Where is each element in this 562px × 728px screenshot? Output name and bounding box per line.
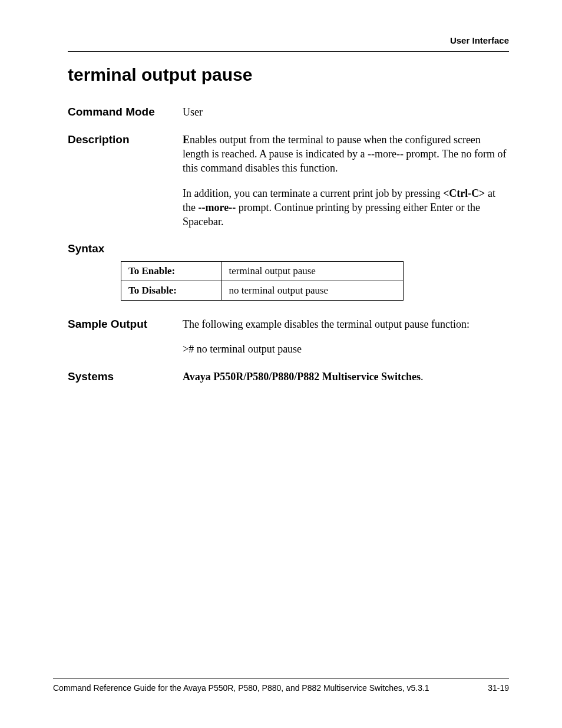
description-para1-rest: nables output from the terminal to pause… — [183, 134, 507, 174]
description-p2-pre: In addition, you can terminate a current… — [183, 187, 443, 199]
footer-page-number: 31-19 — [488, 683, 509, 693]
page-title: terminal output pause — [68, 65, 509, 85]
command-mode-value: User — [183, 105, 509, 119]
sample-output-cmd: ># no terminal output pause — [183, 342, 509, 356]
footer-left: Command Reference Guide for the Avaya P5… — [53, 683, 429, 693]
syntax-label: Syntax — [68, 242, 183, 256]
description-para-2: In addition, you can terminate a current… — [183, 186, 509, 229]
syntax-row-value: no terminal output pause — [222, 281, 403, 301]
syntax-row-value: terminal output pause — [222, 262, 403, 281]
running-head: User Interface — [68, 35, 509, 45]
systems-row: Systems Avaya P550R/P580/P880/P882 Multi… — [68, 370, 509, 384]
footer-rule — [53, 678, 509, 678]
sample-output-label: Sample Output — [68, 317, 183, 332]
syntax-row-label: To Disable: — [121, 281, 222, 301]
description-para-1: Enables output from the terminal to paus… — [183, 133, 509, 176]
systems-body: Avaya P550R/P580/P880/P882 Multiservice … — [183, 370, 509, 384]
description-row: Description Enables output from the term… — [68, 133, 509, 229]
systems-suffix: . — [421, 371, 424, 383]
systems-value: Avaya P550R/P580/P880/P882 Multiservice … — [183, 371, 421, 383]
syntax-row: Syntax — [68, 242, 509, 256]
sample-output-row: Sample Output The following example disa… — [68, 317, 509, 357]
command-mode-row: Command Mode User — [68, 105, 509, 120]
syntax-table: To Enable: terminal output pause To Disa… — [121, 261, 404, 301]
syntax-table-block: To Enable: terminal output pause To Disa… — [68, 261, 509, 301]
sample-output-intro: The following example disables the termi… — [183, 317, 509, 331]
description-label: Description — [68, 133, 183, 147]
syntax-row-label: To Enable: — [121, 262, 222, 281]
more-prompt: --more-- — [199, 202, 236, 213]
table-row: To Disable: no terminal output pause — [121, 281, 404, 301]
footer-row: Command Reference Guide for the Avaya P5… — [53, 683, 509, 693]
description-body: Enables output from the terminal to paus… — [183, 133, 509, 229]
sample-output-body: The following example disables the termi… — [183, 317, 509, 357]
description-dropcap: E — [183, 134, 190, 146]
top-rule — [68, 51, 509, 52]
ctrl-c-key: <Ctrl-C> — [443, 187, 485, 199]
page-footer: Command Reference Guide for the Avaya P5… — [53, 678, 509, 693]
command-mode-label: Command Mode — [68, 105, 183, 120]
table-row: To Enable: terminal output pause — [121, 262, 404, 281]
systems-label: Systems — [68, 370, 183, 384]
page: User Interface terminal output pause Com… — [0, 0, 562, 728]
